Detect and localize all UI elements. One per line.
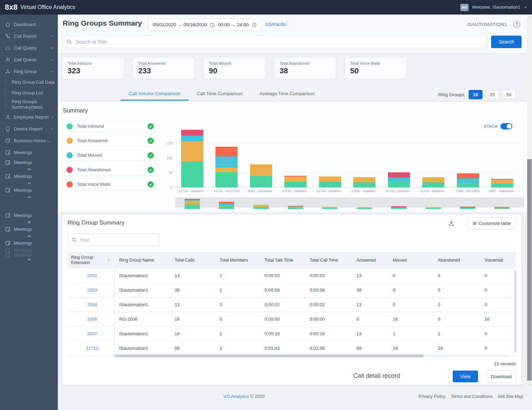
legend-check-icon[interactable]	[148, 167, 154, 173]
column-header-total-talk-time[interactable]: Total Talk Time	[260, 256, 305, 264]
stacked-bar-11716[interactable]	[319, 176, 341, 188]
sidebar-item-employee-report[interactable]: Employee Report	[0, 112, 58, 122]
sidebar-item-ring-group-list[interactable]: Ring Group List	[5, 88, 58, 98]
ring-group-extension-link[interactable]: 2003	[68, 283, 114, 297]
download-table-icon[interactable]	[448, 219, 455, 226]
customize-table-button[interactable]: Customize table	[467, 217, 516, 229]
sidebar-item-meetings[interactable]: Meetings	[0, 172, 58, 181]
sidebar-item-device-report[interactable]: Device Report	[0, 124, 58, 134]
sidebar-item-call-quality[interactable]: Call Quality	[0, 43, 58, 53]
stacked-bar-11718[interactable]	[284, 176, 307, 188]
table-vertical-scrollbar[interactable]	[514, 270, 516, 353]
chevron-down-icon[interactable]	[50, 57, 54, 62]
timezone-link[interactable]: US/Pacific	[265, 22, 286, 27]
column-header-abandoned[interactable]: Abandoned	[433, 256, 480, 264]
legend-check-icon[interactable]	[148, 138, 154, 144]
user-menu-caret-icon[interactable]: ▼	[524, 6, 527, 9]
sidebar-item-business-hours-[interactable]: Business Hours ...	[0, 136, 58, 145]
view-button[interactable]: View	[453, 371, 478, 382]
stacked-bar-11714[interactable]	[388, 172, 410, 188]
scrollbar-thumb[interactable]	[527, 159, 532, 381]
chevron-down-icon[interactable]	[50, 115, 54, 119]
minimap-bar	[185, 199, 200, 209]
download-button[interactable]: Download	[486, 371, 516, 382]
stacked-bar-2007[interactable]	[491, 179, 513, 188]
sidebar-item-meetings[interactable]: Meetings	[0, 225, 58, 234]
table-cell: 2	[215, 331, 260, 336]
ring-group-extension-link[interactable]: 2002	[68, 268, 114, 283]
ring-group-extension-link[interactable]: 11712	[68, 341, 114, 355]
sidebar-item-meetings[interactable]: Meetings	[0, 238, 58, 248]
ring-group-extension-link[interactable]: 2004	[68, 298, 114, 312]
ring-groups-option-10[interactable]: 10	[469, 90, 482, 99]
sidebar-collapse-icon[interactable]	[0, 195, 58, 200]
sidebar-item-ring-group[interactable]: Ring Group	[0, 67, 58, 76]
stacked-bar-2003[interactable]	[250, 164, 272, 188]
ring-groups-option-20[interactable]: 20	[485, 90, 499, 99]
sidebar-item-meetings[interactable]: Meetings	[0, 185, 58, 195]
chevron-down-icon[interactable]	[50, 69, 54, 74]
footer-link-8x8-site-map[interactable]: 8x8 Site Map	[498, 394, 523, 399]
page-scrollbar[interactable]: ▲ ▼	[527, 15, 532, 389]
table-horizontal-scrollbar[interactable]	[114, 354, 511, 357]
column-header-answered[interactable]: Answered	[352, 256, 388, 264]
sidebar-item-dashboard[interactable]: Dashboard	[0, 20, 58, 29]
column-header-total-members[interactable]: Total Members	[215, 256, 260, 264]
footer-link-privacy-policy[interactable]: Privacy Policy	[418, 394, 445, 399]
legend-check-icon[interactable]	[148, 181, 154, 188]
tab-call-time-comparison[interactable]: Call Time Comparison	[189, 88, 251, 100]
chart-minimap[interactable]	[175, 197, 524, 208]
stacked-bar-11713[interactable]	[422, 177, 444, 188]
stacked-bar-11715[interactable]	[215, 147, 238, 188]
footer-link-terms-and-conditions[interactable]: Terms and Conditions	[451, 394, 493, 399]
sidebar-item-call-queue[interactable]: Call Queue	[0, 55, 58, 64]
legend-check-icon[interactable]	[148, 123, 154, 129]
sidebar-item-ring-group-call-data[interactable]: Ring Group Call Data	[5, 78, 58, 87]
chevron-down-icon[interactable]	[50, 46, 54, 50]
sidebar-item-meetings[interactable]: Meetings	[0, 211, 58, 220]
minimap-bar	[254, 205, 269, 209]
welcome-user[interactable]: Welcome, ISautomation1	[472, 5, 520, 10]
scroll-up-icon[interactable]: ▲	[527, 15, 532, 19]
table-horizontal-scrollbar-thumb[interactable]	[114, 354, 424, 357]
column-header-ring-group-name[interactable]: Ring Group Name	[114, 256, 170, 264]
legend-check-icon[interactable]	[148, 152, 154, 158]
sidebar-item-meetings[interactable]: Meetings	[0, 148, 58, 157]
column-header-total-call-time[interactable]: Total Call Time	[305, 256, 352, 264]
8x8-avatar-badge[interactable]: 8x8	[460, 4, 469, 11]
help-icon[interactable]: ?	[514, 21, 520, 28]
ring-group-extension-link[interactable]: 2006	[68, 312, 114, 326]
search-button[interactable]: Search	[491, 36, 522, 48]
sidebar-item-call-report[interactable]: Call Report	[0, 31, 58, 41]
stacked-bar-2006[interactable]	[457, 173, 479, 188]
column-header-missed[interactable]: Missed	[388, 256, 433, 264]
ring-groups-option-50[interactable]: 50	[502, 90, 516, 99]
sidebar-item-meetings[interactable]: Meetings	[0, 158, 58, 167]
search-input[interactable]	[76, 39, 483, 45]
tab-average-time-comparison[interactable]: Average Time Comparison	[251, 88, 323, 100]
sidebar-collapse-icon[interactable]	[0, 181, 58, 186]
date-range-picker[interactable]: 05/01/2020 → 05/16/2020 00:00 → 24:00	[148, 19, 261, 31]
sort-ascending-icon[interactable]: ↑	[107, 258, 109, 263]
calendar-icon[interactable]	[210, 22, 215, 28]
column-header-voicemail[interactable]: Voicemail	[480, 256, 516, 264]
sidebar-collapse-icon[interactable]	[0, 220, 58, 225]
sidebar-collapse-icon[interactable]	[0, 257, 58, 262]
sidebar-item-ring-groups-summary-beta-[interactable]: Ring Groups Summary(beta)	[5, 99, 48, 110]
column-header-ring-group-extension[interactable]: Ring Group Extension↑	[68, 254, 114, 267]
sidebar-collapse-icon[interactable]	[0, 167, 58, 172]
tab-call-volume-comparison[interactable]: Call Volume Comparison	[121, 88, 189, 100]
sidebar-item-meetings[interactable]: Meetings	[0, 253, 58, 257]
vo-analytics-link[interactable]: VO Analytics	[223, 394, 249, 399]
chevron-down-icon[interactable]	[50, 34, 54, 38]
column-header-total-calls[interactable]: Total Calls	[170, 256, 215, 264]
find-input[interactable]	[80, 237, 156, 243]
stacked-bar-11712[interactable]	[181, 130, 203, 188]
chevron-down-icon[interactable]	[50, 127, 54, 131]
sidebar-collapse-icon[interactable]	[0, 234, 58, 239]
clock-icon[interactable]	[251, 22, 257, 28]
scroll-down-icon[interactable]: ▼	[527, 382, 532, 386]
sidebar-item-meetings[interactable]: Meetings	[0, 248, 58, 253]
stacked-bar-11811[interactable]	[353, 177, 375, 188]
ring-group-extension-link[interactable]: 2007	[68, 327, 114, 341]
